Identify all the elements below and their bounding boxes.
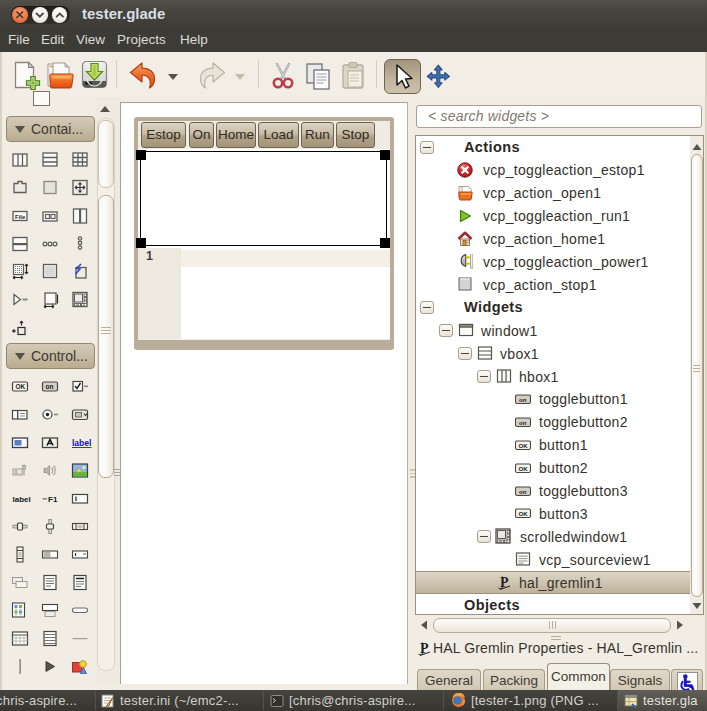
svg-text:OK: OK — [15, 383, 25, 390]
svg-text:on: on — [46, 383, 54, 390]
svg-text:on: on — [519, 419, 527, 425]
svg-text:File: File — [15, 214, 26, 220]
svg-text:OK: OK — [519, 465, 529, 471]
svg-text:on: on — [519, 397, 527, 403]
svg-text:F1: F1 — [48, 495, 58, 504]
svg-text:0..: 0.. — [15, 469, 22, 475]
svg-text:label: label — [13, 495, 31, 504]
svg-text:OK: OK — [519, 442, 529, 448]
svg-text:label: label — [72, 438, 91, 448]
svg-text:on: on — [519, 488, 527, 494]
svg-text:OK: OK — [519, 511, 529, 517]
